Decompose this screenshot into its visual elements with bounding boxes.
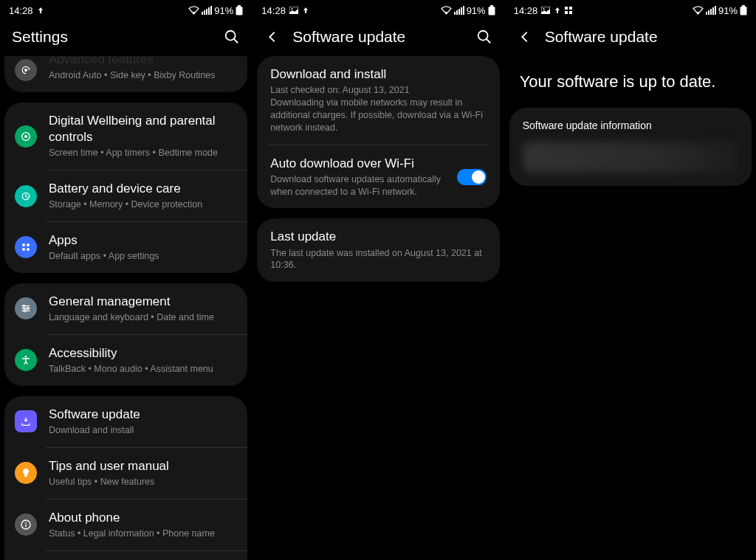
svg-point-14 <box>22 243 25 246</box>
up-to-date-headline: Your software is up to date. <box>505 56 756 108</box>
item-apps[interactable]: Apps Default apps • App settings <box>4 222 247 273</box>
svg-rect-1 <box>202 12 203 15</box>
item-tips[interactable]: Tips and user manual Useful tips • New f… <box>4 448 247 499</box>
last-update[interactable]: Last update The last update was installe… <box>257 218 499 282</box>
back-button[interactable] <box>517 29 533 45</box>
last-title: Last update <box>270 229 486 245</box>
svg-line-9 <box>234 39 238 44</box>
item-software-update[interactable]: Software update Download and install <box>4 396 247 447</box>
svg-rect-53 <box>742 5 745 7</box>
signal-icon <box>454 6 464 15</box>
svg-rect-5 <box>210 6 212 15</box>
svg-point-15 <box>27 243 30 246</box>
settings-group-2: Digital Wellbeing and parental controls … <box>4 103 247 273</box>
item-title: Digital Wellbeing and parental controls <box>49 113 237 145</box>
item-subtitle: Screen time • App timers • Bedtime mode <box>49 147 237 159</box>
item-title: Advanced features <box>49 56 237 68</box>
svg-point-12 <box>24 135 27 138</box>
item-subtitle: Default apps • App settings <box>49 250 237 263</box>
header: Software update <box>252 21 504 56</box>
svg-point-8 <box>226 31 236 41</box>
item-subtitle: Download and install <box>49 424 237 437</box>
battery-percent: 91% <box>718 5 738 16</box>
svg-rect-7 <box>236 7 243 15</box>
item-accessibility[interactable]: Accessibility TalkBack • Mono audio • As… <box>4 335 247 386</box>
svg-point-17 <box>27 248 30 251</box>
settings-group-3: General management Language and keyboard… <box>4 283 247 386</box>
a11y-icon <box>15 349 37 371</box>
svg-point-47 <box>697 12 698 13</box>
battery-icon <box>488 5 495 15</box>
auto-title: Auto download over Wi-Fi <box>270 156 444 172</box>
svg-rect-36 <box>463 6 464 15</box>
settings-list: Advanced features Android Auto • Side ke… <box>0 56 252 560</box>
item-developer-options[interactable]: Developer options Developer options <box>4 551 247 560</box>
wifi-icon <box>188 6 199 15</box>
item-advanced-features[interactable]: Advanced features Android Auto • Side ke… <box>4 56 247 92</box>
update-content: Download and install Last checked on: Au… <box>252 56 504 560</box>
status-bar: 14:28 91% <box>0 0 252 21</box>
gear-icon <box>15 59 37 81</box>
location-upload-icon <box>37 7 44 14</box>
redacted-info <box>523 142 738 173</box>
page-title: Software update <box>292 28 464 46</box>
svg-line-40 <box>486 39 490 44</box>
svg-point-22 <box>27 308 29 310</box>
item-subtitle: Storage • Memory • Device protection <box>49 198 237 211</box>
auto-download-wifi[interactable]: Auto download over Wi-Fi Download softwa… <box>257 145 499 209</box>
last-update-card: Last update The last update was installe… <box>257 218 499 282</box>
header: Settings <box>0 21 252 56</box>
item-title: General management <box>49 294 237 310</box>
svg-rect-2 <box>204 10 205 15</box>
battery-percent: 91% <box>467 5 486 16</box>
status-time: 14:28 <box>514 5 538 16</box>
item-subtitle: Language and keyboard • Date and time <box>49 311 237 324</box>
download-subtitle: Last checked on: August 13, 2021 Downloa… <box>270 84 486 134</box>
svg-point-23 <box>24 310 26 312</box>
auto-subtitle: Download software updates automatically … <box>270 173 444 198</box>
item-title: Apps <box>49 232 237 249</box>
screen-software-update: 14:28 91% Software update Download and i… <box>252 0 504 560</box>
screen-settings: 14:28 91% Settings <box>0 0 252 560</box>
svg-rect-52 <box>715 6 716 15</box>
update-main-card: Download and install Last checked on: Au… <box>257 56 499 208</box>
search-icon[interactable] <box>224 29 240 45</box>
svg-point-16 <box>22 248 25 251</box>
svg-rect-38 <box>488 7 495 15</box>
software-info-title: Software update information <box>509 108 752 136</box>
svg-rect-44 <box>569 7 572 10</box>
item-title: Battery and device care <box>49 181 237 197</box>
svg-rect-51 <box>712 7 714 15</box>
screen-update-status: 14:28 91% Software update Your software … <box>504 0 756 560</box>
update-icon <box>15 410 37 432</box>
item-subtitle: Useful tips • New features <box>49 476 237 488</box>
svg-rect-6 <box>238 5 241 7</box>
svg-point-24 <box>25 356 27 358</box>
svg-rect-25 <box>24 476 27 477</box>
svg-rect-32 <box>454 12 456 15</box>
item-title: Tips and user manual <box>49 458 237 474</box>
item-digital-wellbeing[interactable]: Digital Wellbeing and parental controls … <box>4 103 247 170</box>
battery-care-icon <box>15 185 37 207</box>
location-upload-icon <box>302 7 309 14</box>
image-icon <box>541 7 550 14</box>
svg-rect-35 <box>461 7 462 15</box>
item-subtitle: Android Auto • Side key • Bixby Routines <box>49 69 237 82</box>
location-upload-icon <box>554 7 561 14</box>
item-about-phone[interactable]: About phone Status • Legal information •… <box>4 499 247 550</box>
back-button[interactable] <box>264 29 281 45</box>
item-title: About phone <box>49 510 237 526</box>
item-battery-care[interactable]: Battery and device care Storage • Memory… <box>4 170 247 221</box>
settings-group-1: Advanced features Android Auto • Side ke… <box>4 56 247 92</box>
svg-rect-54 <box>740 7 746 15</box>
search-icon[interactable] <box>476 29 492 45</box>
svg-rect-37 <box>490 5 493 7</box>
page-title: Settings <box>12 28 212 46</box>
item-general-management[interactable]: General management Language and keyboard… <box>4 283 247 334</box>
svg-rect-34 <box>458 9 460 15</box>
download-and-install[interactable]: Download and install Last checked on: Au… <box>257 56 499 145</box>
auto-download-toggle[interactable] <box>457 169 487 185</box>
item-title: Accessibility <box>49 345 237 362</box>
item-subtitle: Status • Legal information • Phone name <box>49 528 237 540</box>
wifi-icon <box>441 6 452 15</box>
